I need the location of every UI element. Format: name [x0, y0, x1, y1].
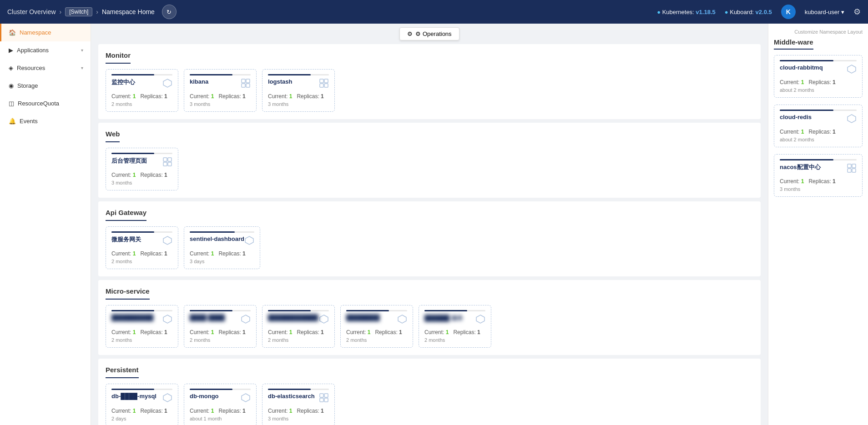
breadcrumb-sep2: ›: [96, 8, 98, 15]
sidebar-item-resourcequota[interactable]: ◫ ResourceQuota: [0, 95, 91, 112]
kuboard-info: ● Kuboard: v2.0.5: [725, 9, 772, 15]
section-title-persistent: Persistent: [106, 366, 139, 378]
svg-rect-13: [324, 394, 328, 397]
service-card[interactable]: ████ ████ Current: 1 Replicas: 1 2 month…: [184, 305, 257, 348]
middleware-cards: cloud-rabbitmq Current: 1 Replicas: 1 ab…: [774, 55, 863, 204]
right-panel: Customize Namespace Layout Middle-ware c…: [768, 24, 868, 425]
svg-rect-5: [324, 79, 328, 83]
kubernetes-info: ● Kubernetes: v1.18.5: [657, 9, 716, 15]
svg-rect-2: [242, 84, 245, 87]
resources-label: Resources: [17, 65, 77, 71]
resources-arrow: ▾: [81, 65, 83, 70]
applications-label: Applications: [17, 47, 77, 54]
svg-rect-10: [163, 162, 167, 166]
sidebar-item-storage[interactable]: ◉ Storage: [0, 77, 91, 95]
storage-icon: ◉: [9, 82, 14, 89]
service-card[interactable]: kibana Current: 1 Replicas: 1 3 months: [184, 69, 257, 112]
section-title-micro-service: Micro-service: [106, 287, 150, 300]
namespace-icon: 🏠: [9, 29, 16, 36]
settings-icon[interactable]: ⚙: [853, 7, 861, 17]
svg-rect-16: [848, 164, 851, 168]
refresh-button[interactable]: ↻: [162, 5, 177, 19]
avatar: K: [781, 5, 796, 19]
service-card[interactable]: logstash Current: 1 Replicas: 1 3 months: [262, 69, 335, 112]
operations-bar: ⚙ ⚙ Operations: [91, 24, 768, 44]
sidebar-item-applications[interactable]: ▶ Applications ▾: [0, 41, 91, 59]
section-title-monitor: Monitor: [106, 51, 131, 64]
cards-row-persistent: db-████-mysql Current: 1 Replicas: 1 2 d…: [106, 384, 753, 425]
main-content: ⚙ ⚙ Operations Monitor 监控中心 Current: 1 R…: [91, 24, 768, 425]
svg-rect-17: [852, 164, 856, 168]
svg-rect-14: [320, 398, 323, 402]
refresh-icon: ↻: [167, 9, 172, 15]
section-title-web: Web: [106, 130, 120, 142]
service-card[interactable]: ████████ Current: 1 Replicas: 1 2 months: [340, 305, 413, 348]
svg-rect-0: [242, 79, 245, 83]
applications-arrow: ▾: [81, 48, 83, 53]
svg-rect-3: [246, 84, 250, 87]
gear-icon: ⚙: [407, 30, 413, 37]
middleware-title: Middle-ware: [774, 38, 813, 50]
sidebar-namespace[interactable]: 🏠 Namespace: [0, 24, 91, 41]
service-card[interactable]: nacos配置中心 Current: 1 Replicas: 1 3 month…: [774, 154, 863, 197]
svg-rect-12: [320, 394, 323, 397]
service-card[interactable]: ████████████ Current: 1 Replicas: 1 2 mo…: [262, 305, 335, 348]
header: Cluster Overview › [Switch] › Namespace …: [0, 0, 868, 24]
section-persistent: Persistent db-████-mysql Current: 1 Repl…: [98, 359, 761, 425]
namespace-home-label: Namespace Home: [102, 8, 155, 15]
switch-button[interactable]: [Switch]: [65, 7, 92, 16]
breadcrumb-sep1: ›: [60, 8, 62, 15]
resourcequota-label: ResourceQuota: [18, 100, 83, 107]
cards-row-micro-service: ██████████ Current: 1 Replicas: 1 2 mont…: [106, 305, 753, 348]
sidebar-item-resources[interactable]: ◈ Resources ▾: [0, 59, 91, 77]
service-card[interactable]: 微服务网关 Current: 1 Replicas: 1 2 months: [106, 226, 178, 269]
cards-row-web: 后台管理页面 Current: 1 Replicas: 1 3 months: [106, 148, 753, 190]
cluster-overview-link[interactable]: Cluster Overview: [7, 8, 56, 15]
layout: 🏠 Namespace ▶ Applications ▾ ◈ Resources…: [0, 24, 868, 425]
sidebar: 🏠 Namespace ▶ Applications ▾ ◈ Resources…: [0, 24, 91, 425]
svg-rect-8: [163, 158, 167, 161]
user-menu[interactable]: kuboard-user ▾: [805, 9, 844, 15]
svg-rect-19: [852, 169, 856, 172]
resources-icon: ◈: [9, 65, 13, 71]
service-card[interactable]: db-████-mysql Current: 1 Replicas: 1 2 d…: [106, 384, 178, 425]
section-title-api-gateway: Api Gateway: [106, 209, 146, 221]
content-area: Monitor 监控中心 Current: 1 Replicas: 1 2 mo…: [91, 44, 768, 425]
cards-row-api-gateway: 微服务网关 Current: 1 Replicas: 1 2 months se…: [106, 226, 753, 269]
sidebar-item-events[interactable]: 🔔 Events: [0, 112, 91, 130]
service-card[interactable]: 后台管理页面 Current: 1 Replicas: 1 3 months: [106, 148, 178, 190]
resourcequota-icon: ◫: [9, 100, 14, 107]
sidebar-namespace-label: Namespace: [20, 29, 83, 36]
service-card[interactable]: 监控中心 Current: 1 Replicas: 1 2 months: [106, 69, 178, 112]
header-right: ● Kubernetes: v1.18.5 ● Kuboard: v2.0.5 …: [657, 5, 861, 19]
storage-label: Storage: [17, 82, 83, 89]
svg-rect-11: [168, 162, 172, 166]
service-card[interactable]: ██████ 服务 Current: 1 Replicas: 1 2 month…: [419, 305, 491, 348]
service-card[interactable]: cloud-rabbitmq Current: 1 Replicas: 1 ab…: [774, 55, 863, 98]
svg-rect-9: [168, 158, 172, 161]
service-card[interactable]: ██████████ Current: 1 Replicas: 1 2 mont…: [106, 305, 178, 348]
section-api-gateway: Api Gateway 微服务网关 Current: 1 Replicas: 1…: [98, 201, 761, 276]
cards-row-monitor: 监控中心 Current: 1 Replicas: 1 2 months kib…: [106, 69, 753, 112]
applications-icon: ▶: [9, 47, 13, 54]
svg-rect-15: [324, 398, 328, 402]
svg-rect-4: [320, 79, 323, 83]
section-micro-service: Micro-service ██████████ Current: 1 Repl…: [98, 280, 761, 355]
service-card[interactable]: db-elasticsearch Current: 1 Replicas: 1 …: [262, 384, 335, 425]
customize-label: Customize Namespace Layout: [774, 29, 863, 35]
operations-button[interactable]: ⚙ ⚙ Operations: [399, 27, 459, 40]
service-card[interactable]: sentinel-dashboard Current: 1 Replicas: …: [184, 226, 260, 269]
svg-rect-18: [848, 169, 851, 172]
section-monitor: Monitor 监控中心 Current: 1 Replicas: 1 2 mo…: [98, 44, 761, 119]
events-icon: 🔔: [9, 118, 16, 125]
operations-label: ⚙ Operations: [415, 30, 451, 37]
service-card[interactable]: db-mongo Current: 1 Replicas: 1 about 1 …: [184, 384, 257, 425]
service-card[interactable]: cloud-redis Current: 1 Replicas: 1 about…: [774, 105, 863, 147]
events-label: Events: [20, 118, 83, 125]
breadcrumb: Cluster Overview › [Switch] › Namespace …: [7, 5, 657, 19]
svg-rect-7: [324, 84, 328, 87]
section-web: Web 后台管理页面 Current: 1 Replicas: 1 3 mont…: [98, 123, 761, 198]
svg-rect-6: [320, 84, 323, 87]
svg-rect-1: [246, 79, 250, 83]
